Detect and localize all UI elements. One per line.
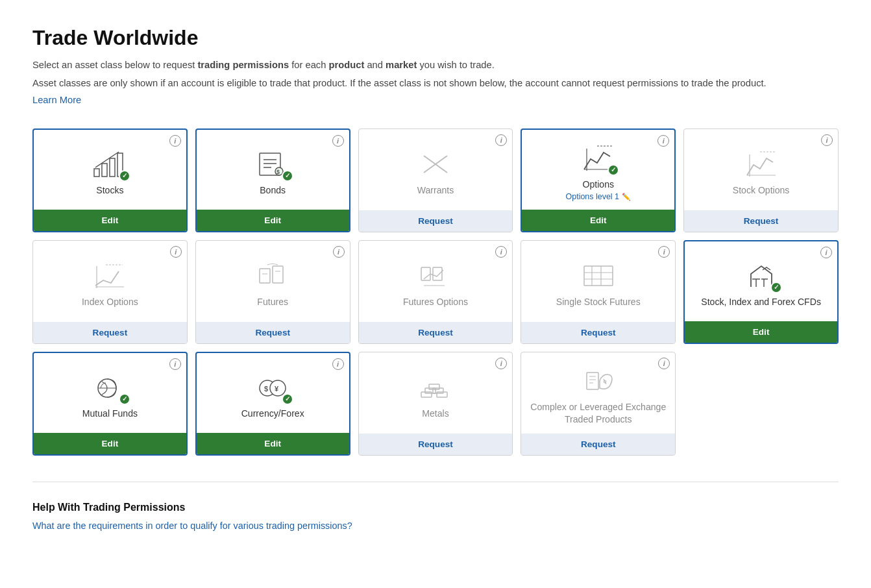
card-futures-options: i Futures OptionsRequest xyxy=(358,240,513,344)
info-icon-currency-forex[interactable]: i xyxy=(332,358,344,370)
page-title: Trade Worldwide xyxy=(32,26,839,50)
check-badge-options xyxy=(607,164,619,176)
card-body-index-options: i Index Options xyxy=(33,241,187,322)
card-action-stock-options[interactable]: Request xyxy=(684,210,838,232)
card-body-complex-leveraged: i Complex or Leveraged Exchange Traded P… xyxy=(521,352,675,434)
card-stocks: i StocksEdit xyxy=(32,129,188,232)
card-action-currency-forex[interactable]: Edit xyxy=(197,433,349,454)
learn-more-link[interactable]: Learn More xyxy=(32,95,81,105)
check-badge-stock-index-forex-cfds xyxy=(770,282,782,293)
help-link[interactable]: What are the requirements in order to qu… xyxy=(32,521,352,531)
card-currency-forex: i $ ¥ Currency/ForexEdit xyxy=(195,352,350,456)
card-complex-leveraged: i Complex or Leveraged Exchange Traded P… xyxy=(521,352,676,456)
card-label-warrants: Warrants xyxy=(417,184,454,196)
card-single-stock-futures: i Single Stock FuturesRequest xyxy=(521,240,676,344)
card-label-complex-leveraged: Complex or Leveraged Exchange Traded Pro… xyxy=(528,401,669,425)
icon-complex-leveraged xyxy=(580,366,617,396)
card-body-stocks: i Stocks xyxy=(34,130,186,210)
info-icon-options[interactable]: i xyxy=(657,135,669,147)
info-icon-futures[interactable]: i xyxy=(333,246,345,258)
svg-text:¥: ¥ xyxy=(275,385,279,393)
card-action-complex-leveraged[interactable]: Request xyxy=(521,434,675,455)
card-body-stock-index-forex-cfds: i Stock, Index and Forex CFDs xyxy=(685,241,837,321)
card-action-options[interactable]: Edit xyxy=(522,210,674,231)
card-action-stock-index-forex-cfds[interactable]: Edit xyxy=(685,321,837,343)
card-stock-index-forex-cfds: i Stock, Index and Forex CFDsEdit xyxy=(683,240,839,344)
info-icon-stock-index-forex-cfds[interactable]: i xyxy=(820,247,832,258)
card-body-options: i OptionsOptions level 1✏️ xyxy=(522,130,674,210)
card-action-index-options[interactable]: Request xyxy=(33,322,187,343)
svg-rect-48 xyxy=(587,373,598,389)
card-label-stock-options: Stock Options xyxy=(733,184,790,196)
icon-options xyxy=(580,143,617,173)
card-action-futures-options[interactable]: Request xyxy=(359,322,513,343)
info-icon-metals[interactable]: i xyxy=(495,358,507,369)
info-icon-index-options[interactable]: i xyxy=(170,246,182,258)
card-warrants: i WarrantsRequest xyxy=(358,129,513,232)
card-options: i OptionsOptions level 1✏️Edit xyxy=(521,129,676,232)
card-mutual-funds: i Mutual FundsEdit xyxy=(32,352,188,456)
subtitle2: Asset classes are only shown if an accou… xyxy=(32,76,839,90)
card-label-stock-index-forex-cfds: Stock, Index and Forex CFDs xyxy=(701,296,821,308)
check-badge-currency-forex xyxy=(282,393,293,405)
card-action-single-stock-futures[interactable]: Request xyxy=(521,322,675,343)
icon-metals xyxy=(417,373,454,402)
card-body-warrants: i Warrants xyxy=(359,129,513,210)
card-body-bonds: i $ Bonds xyxy=(197,130,349,210)
svg-text:$: $ xyxy=(276,169,280,175)
card-action-mutual-funds[interactable]: Edit xyxy=(34,433,186,454)
icon-stock-options xyxy=(743,149,779,179)
card-body-currency-forex: i $ ¥ Currency/Forex xyxy=(197,353,349,433)
svg-rect-21 xyxy=(260,269,270,283)
check-badge-bonds xyxy=(282,170,293,182)
info-icon-warrants[interactable]: i xyxy=(495,134,507,146)
check-badge-stocks xyxy=(119,170,130,182)
icon-index-options xyxy=(92,261,128,291)
card-label-bonds: Bonds xyxy=(260,184,286,196)
info-icon-complex-leveraged[interactable]: i xyxy=(658,358,670,369)
info-icon-mutual-funds[interactable]: i xyxy=(169,358,181,370)
card-body-mutual-funds: i Mutual Funds xyxy=(34,353,186,433)
card-action-warrants[interactable]: Request xyxy=(359,210,513,232)
card-action-stocks[interactable]: Edit xyxy=(34,210,186,231)
card-metals: i MetalsRequest xyxy=(358,352,513,456)
card-body-futures-options: i Futures Options xyxy=(359,241,513,322)
card-label-single-stock-futures: Single Stock Futures xyxy=(556,296,641,308)
svg-rect-25 xyxy=(421,267,430,280)
card-label-futures: Futures xyxy=(257,296,288,308)
icon-currency-forex: $ ¥ xyxy=(254,373,291,402)
card-bonds: i $ BondsEdit xyxy=(195,129,350,232)
card-action-futures[interactable]: Request xyxy=(196,322,350,343)
options-level-text: Options level 1 xyxy=(566,192,619,201)
options-level-badge[interactable]: Options level 1✏️ xyxy=(566,192,631,201)
card-body-single-stock-futures: i Single Stock Futures xyxy=(521,241,675,322)
icon-single-stock-futures xyxy=(580,261,617,291)
icon-mutual-funds xyxy=(92,373,128,402)
svg-rect-47 xyxy=(437,392,447,397)
svg-rect-46 xyxy=(433,388,443,393)
check-badge-mutual-funds xyxy=(119,393,130,405)
card-label-options: Options xyxy=(583,178,615,190)
help-section: Help With Trading Permissions What are t… xyxy=(32,502,839,532)
info-icon-stock-options[interactable]: i xyxy=(821,134,833,146)
svg-rect-22 xyxy=(273,266,283,283)
card-label-mutual-funds: Mutual Funds xyxy=(82,408,138,419)
icon-futures xyxy=(254,261,291,291)
info-icon-stocks[interactable]: i xyxy=(169,135,181,147)
help-title: Help With Trading Permissions xyxy=(32,502,839,513)
info-icon-futures-options[interactable]: i xyxy=(495,246,507,258)
card-label-metals: Metals xyxy=(422,408,448,419)
card-futures: i FuturesRequest xyxy=(195,240,350,344)
edit-pencil-icon: ✏️ xyxy=(622,193,631,201)
icon-stocks xyxy=(92,149,128,179)
icon-warrants xyxy=(417,149,454,179)
svg-rect-44 xyxy=(425,388,436,393)
svg-rect-43 xyxy=(421,392,432,397)
svg-rect-28 xyxy=(584,266,613,286)
info-icon-single-stock-futures[interactable]: i xyxy=(658,246,670,258)
card-action-bonds[interactable]: Edit xyxy=(197,210,349,231)
card-action-metals[interactable]: Request xyxy=(359,434,513,455)
card-body-futures: i Futures xyxy=(196,241,350,322)
info-icon-bonds[interactable]: i xyxy=(332,135,344,147)
svg-rect-45 xyxy=(429,384,439,389)
